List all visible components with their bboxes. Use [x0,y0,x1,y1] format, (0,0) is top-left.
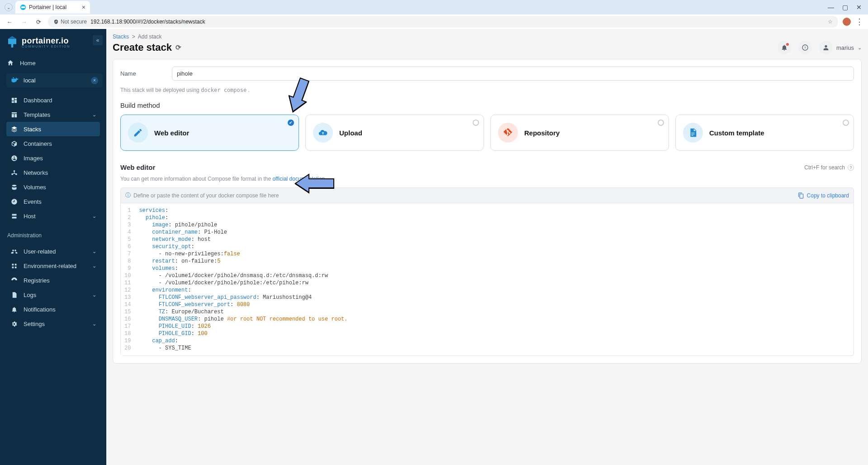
bookmark-icon[interactable]: ☆ [828,19,833,25]
sidebar-item-images[interactable]: Images [6,151,100,165]
brand[interactable]: portainer.io COMMUNITY EDITION [0,29,106,55]
deploy-hint-suffix: . [248,87,250,93]
close-icon[interactable]: × [82,4,85,11]
sidebar-item-label: Templates [24,111,50,118]
header-actions: ? marius ⌄ [778,41,862,54]
deploy-hint: This stack will be deployed using docker… [120,87,854,93]
reload-button[interactable]: ⟳ [33,19,43,25]
code-body[interactable]: services: pihole: image: pihole/pihole c… [134,203,352,355]
sidebar-item-networks[interactable]: Networks [6,165,100,180]
radio-icon [843,120,849,126]
sidebar-item-label: User-related [24,248,56,255]
back-button[interactable]: ← [5,19,14,25]
help-icon: ? [802,44,809,51]
browser-tab[interactable]: Portainer | local × [15,1,90,14]
sidebar-item-user-related[interactable]: User-related⌄ [6,244,100,259]
sidebar-item-label: Images [24,155,43,162]
svg-rect-1 [21,6,25,8]
help-button[interactable]: ? [798,41,812,54]
chevron-down-icon: ⌄ [858,45,862,51]
sidebar-item-events[interactable]: Events [6,194,100,209]
sidebar-label-home: Home [20,60,36,67]
editor-subtext: You can get more information about Compo… [120,176,854,182]
user-icon [819,41,833,54]
sidebar-item-stacks[interactable]: Stacks [6,122,100,136]
deploy-hint-text: This stack will be deployed using [120,87,201,93]
minimize-icon[interactable]: — [828,4,834,11]
sidebar-item-environment-related[interactable]: Environment-related⌄ [6,259,100,273]
sidebar-item-volumes[interactable]: Volumes [6,180,100,194]
notifications-button[interactable] [778,41,791,54]
browser-toolbar: ← → ⟳ Not secure 192.168.1.18:9000/#!/2/… [0,14,868,29]
browser-menu-icon[interactable]: ⋮ [855,17,863,27]
method-repository[interactable]: Repository [490,115,669,151]
maximize-icon[interactable]: ▢ [842,4,848,11]
forward-button[interactable]: → [19,19,29,25]
sidebar-item-host[interactable]: Host⌄ [6,209,100,223]
method-label: Upload [339,129,362,137]
sidebar-collapse-button[interactable]: « [93,35,103,45]
sidebar-env-items: DashboardTemplates⌄StacksContainersImage… [0,90,106,226]
name-label: Name [120,70,163,77]
sidebar-item-home[interactable]: Home [0,55,106,71]
editor-header: Web editor Ctrl+F for search ? [120,161,854,172]
info-icon: ⓘ [125,192,131,199]
security-label: Not secure [61,19,87,25]
logs-icon [10,291,18,299]
docs-link[interactable]: official documentation [272,176,325,182]
sidebar-item-notifications[interactable]: Notifications [6,302,100,316]
radio-icon [658,120,664,126]
sidebar-item-label: Networks [24,169,48,176]
chevron-down-icon: ⌄ [92,213,96,219]
security-indicator[interactable]: Not secure [53,19,87,25]
sidebar-item-logs[interactable]: Logs⌄ [6,288,100,302]
sidebar-item-label: Notifications [24,306,56,313]
radio-icon [473,120,479,126]
user-menu[interactable]: marius ⌄ [819,41,862,54]
sidebar-item-containers[interactable]: Containers [6,136,100,151]
notification-dot [786,43,789,46]
method-web-editor[interactable]: Web editor [120,115,299,151]
stacks-icon [10,125,18,133]
sidebar-item-templates[interactable]: Templates⌄ [6,107,100,122]
profile-avatar[interactable] [843,18,851,26]
name-row: Name [120,67,854,81]
name-input[interactable] [172,67,854,81]
chevron-down-icon: ⌄ [92,263,96,269]
sidebar-item-dashboard[interactable]: Dashboard [6,93,100,107]
help-icon[interactable]: ? [848,164,854,171]
sidebar-item-registries[interactable]: Registries [6,273,100,288]
brand-name: portainer.io [22,36,70,46]
method-label: Repository [524,129,560,137]
svg-text:?: ? [804,46,806,50]
sidebar-item-settings[interactable]: Settings⌄ [6,316,100,331]
chevron-down-icon: ⌄ [92,112,96,118]
method-upload[interactable]: Upload [305,115,484,151]
sidebar-environment[interactable]: local × [6,73,103,87]
networks-icon [10,168,18,177]
env-close-icon[interactable]: × [91,77,98,84]
method-custom-template[interactable]: Custom template [675,115,854,151]
tab-list-button[interactable]: ⌄ [5,3,13,11]
close-window-icon[interactable]: ✕ [856,4,862,11]
user-name: marius [836,44,854,51]
stack-form-card: Name This stack will be deployed using d… [113,59,862,364]
code-editor[interactable]: 1234567891011121314151617181920 services… [120,203,854,356]
title-row: Create stack ⟳ ? marius ⌄ [106,40,868,59]
refresh-icon[interactable]: ⟳ [175,43,181,52]
registries-icon [10,276,18,284]
radio-selected-icon [288,120,294,126]
copy-icon [798,192,804,199]
method-label: Web editor [154,129,189,137]
address-bar[interactable]: Not secure 192.168.1.18:9000/#!/2/docker… [48,16,838,28]
home-icon [6,59,14,67]
copy-button[interactable]: Copy to clipboard [798,192,849,199]
breadcrumb-root[interactable]: Stacks [113,34,129,40]
chevron-down-icon: ⌄ [92,249,96,254]
sidebar-item-label: Environment-related [24,263,76,269]
line-gutter: 1234567891011121314151617181920 [121,203,134,355]
browser-tab-row: ⌄ Portainer | local × — ▢ ✕ [0,0,868,14]
app-root: portainer.io COMMUNITY EDITION « Home lo… [0,29,868,465]
host-icon [10,212,18,220]
editor-hint-bar: ⓘ Define or paste the content of your do… [120,187,854,203]
